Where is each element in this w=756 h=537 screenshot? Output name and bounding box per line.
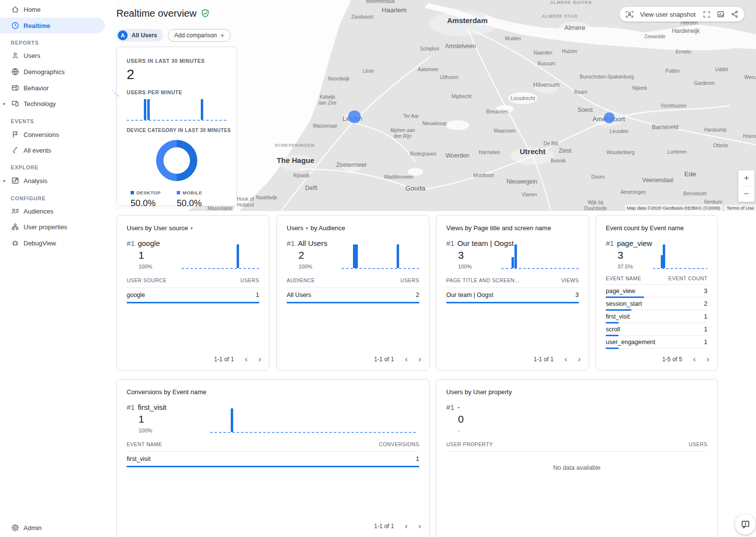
pagination-prev-button[interactable]: ‹ [565, 355, 567, 363]
users-by-user-source-card: Users by User source▾ #1google 1 100% US… [116, 215, 270, 371]
events-swirl-icon [11, 146, 20, 155]
event-count-by-event-name-card: Event count by Event name #1page_view 3 … [595, 215, 718, 371]
pagination-next-button[interactable]: › [418, 522, 421, 530]
pagination-prev-button[interactable]: ‹ [405, 355, 408, 363]
sidebar-item-demographics[interactable]: Demographics [0, 64, 105, 80]
view-user-snapshot-button[interactable]: View user snapshot [640, 11, 696, 18]
mobile-swatch [177, 191, 180, 194]
pagination-next-button[interactable]: › [258, 355, 261, 363]
users-30min-value: 2 [127, 67, 227, 82]
views-by-page-title-card: Views by Page title and screen name #1Ou… [436, 215, 589, 371]
minute-bar [147, 99, 150, 120]
metric-value: 2 [298, 249, 342, 261]
table-body: google1 [127, 288, 259, 303]
sidebar-item-user-properties[interactable]: User properties [0, 219, 105, 235]
table-row[interactable]: All Users2 [287, 288, 419, 303]
share-button[interactable] [731, 10, 738, 18]
table-row[interactable]: first_visit1 [606, 310, 707, 323]
minute-bar [144, 99, 146, 120]
users-per-minute-label: USERS PER MINUTE [127, 89, 227, 95]
sidebar-item-analysis[interactable]: Analysis [0, 173, 105, 188]
dropdown-arrow-icon[interactable]: ▾ [306, 226, 308, 231]
pagination-prev-button[interactable]: ‹ [405, 522, 408, 530]
person-icon [11, 51, 20, 60]
sidebar-item-home[interactable]: Home [0, 1, 105, 17]
dropdown-arrow-icon[interactable]: ▾ [190, 226, 193, 231]
table-body: page_view3 session_start2 first_visit1 s… [606, 285, 707, 349]
map-attribution-text: Map data ©2020 GeoBasis-DE/BKG (©2009) [625, 205, 722, 211]
sidebar-item-all-events[interactable]: All events [0, 142, 105, 158]
sidebar-item-audiences[interactable]: Audiences [0, 203, 105, 219]
sidebar-item-conversions[interactable]: Conversions [0, 127, 105, 142]
row-value-bar [287, 302, 419, 303]
spark-baseline [182, 268, 259, 269]
table-header: EVENT NAMECONVERSIONS [127, 441, 419, 452]
legend-mobile: MOBILE 50.0% [177, 190, 223, 209]
zoom-out-button[interactable]: − [738, 187, 755, 202]
sidebar-item-realtime[interactable]: Realtime [0, 18, 105, 33]
zoom-in-button[interactable]: + [738, 170, 755, 186]
plus-icon: + [220, 31, 224, 39]
audiences-icon [11, 207, 20, 215]
sidebar-item-admin[interactable]: Admin [0, 520, 105, 536]
pagination-next-button[interactable]: › [578, 355, 581, 363]
ga-realtime-page: Bloemendaal Haarlem Zandvoort Amsterdam … [0, 0, 756, 537]
metric-value: 3 [458, 249, 501, 261]
feedback-icon [741, 520, 750, 529]
table-row[interactable]: session_start2 [606, 297, 707, 310]
bug-icon [11, 239, 20, 247]
row-value-bar [127, 466, 419, 467]
analysis-chart-icon [11, 176, 20, 185]
row-value-bar [606, 335, 619, 336]
sidebar: Home Realtime REPORTS Users Demographics [0, 0, 112, 537]
row-value-bar [606, 309, 631, 311]
table-body: All Users2 [287, 288, 419, 303]
sidebar-item-debugview[interactable]: DebugView [0, 235, 105, 251]
sparkline-chart [210, 409, 416, 433]
sidebar-item-behavior[interactable]: Behavior [0, 80, 105, 96]
sparkline-chart [182, 245, 259, 269]
globe-icon [11, 67, 20, 76]
pagination-next-button[interactable]: › [706, 355, 709, 363]
users-per-minute-chart [127, 100, 227, 121]
pagination-prev-button[interactable]: ‹ [245, 355, 248, 363]
terms-of-use-link[interactable]: Terms of Use [725, 205, 756, 211]
pagination-prev-button[interactable]: ‹ [693, 355, 696, 363]
verified-badge-icon [201, 9, 210, 18]
page-title: Realtime overview [116, 8, 196, 19]
table-header: USER SOURCEUSERS [127, 277, 259, 288]
all-users-chip[interactable]: A All Users [116, 29, 163, 42]
users-30min-label: USERS IN LAST 30 MINUTES [127, 58, 227, 64]
top-dimension: - [458, 403, 460, 411]
table-body: Our team | Oogst3 [446, 288, 579, 303]
table-row[interactable]: user_engagement1 [606, 336, 707, 349]
table-header: AUDIENCEUSERS [287, 277, 419, 288]
pagination-next-button[interactable]: › [418, 355, 421, 363]
table-row[interactable]: scroll1 [606, 323, 707, 336]
pagination: 1-1 of 1 ‹ › [534, 355, 581, 363]
fullscreen-button[interactable] [703, 11, 710, 18]
table-row[interactable]: page_view3 [606, 285, 707, 297]
top-dimension: first_visit [138, 403, 166, 411]
sparkline-chart [501, 245, 579, 269]
metric-percent: 37.5% [618, 264, 653, 269]
sidebar-item-users[interactable]: Users [0, 48, 105, 63]
table-row[interactable]: Our team | Oogst3 [446, 288, 579, 303]
spark-baseline [653, 268, 707, 269]
table-row[interactable]: first_visit1 [127, 452, 419, 467]
spark-bar [353, 244, 355, 268]
card-title: Users by User property [446, 388, 707, 396]
table-row[interactable]: google1 [127, 288, 259, 303]
spark-baseline [501, 268, 579, 269]
add-comparison-button[interactable]: Add comparison + [168, 29, 231, 42]
pagination: 1-1 of 1 ‹ › [374, 355, 421, 363]
feedback-button[interactable] [735, 514, 756, 535]
card-title: Conversions by Event name [127, 388, 419, 396]
users-by-audience-card: Users▾by Audience #1All Users 2 100% AUD… [276, 215, 430, 371]
sidebar-item-technology[interactable]: Technology [0, 96, 105, 111]
gear-icon [11, 523, 20, 532]
edit-chart-button[interactable] [717, 10, 725, 18]
page-header: Realtime overview A All Users Add compar… [116, 8, 231, 42]
flag-icon [11, 130, 20, 139]
hierarchy-icon [11, 222, 20, 231]
